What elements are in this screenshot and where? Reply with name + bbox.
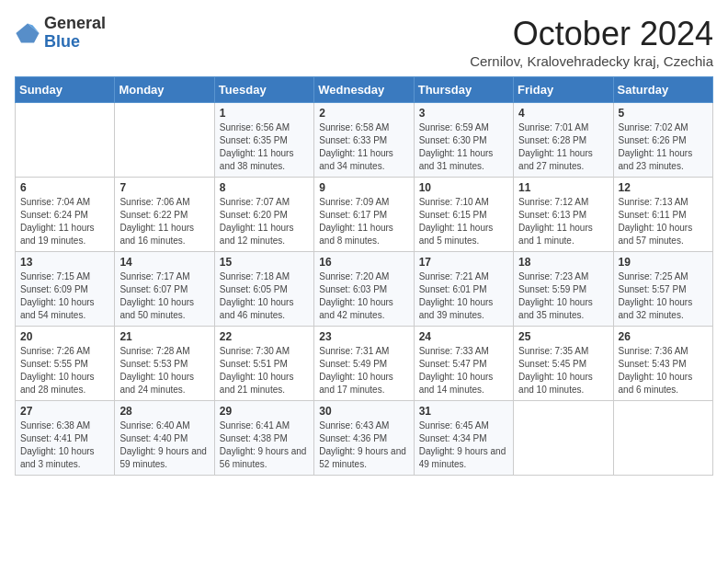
day-number: 29 — [220, 405, 309, 418]
calendar-cell: 18Sunrise: 7:23 AM Sunset: 5:59 PM Dayli… — [514, 252, 613, 327]
day-number: 24 — [419, 330, 508, 343]
calendar-cell: 6Sunrise: 7:04 AM Sunset: 6:24 PM Daylig… — [16, 178, 115, 252]
day-number: 25 — [518, 330, 608, 343]
calendar-cell: 8Sunrise: 7:07 AM Sunset: 6:20 PM Daylig… — [214, 178, 313, 252]
day-info: Sunrise: 7:04 AM Sunset: 6:24 PM Dayligh… — [20, 196, 109, 247]
calendar-cell — [115, 103, 214, 178]
header-day-monday: Monday — [115, 77, 214, 103]
header-day-saturday: Saturday — [613, 77, 712, 103]
calendar-cell: 23Sunrise: 7:31 AM Sunset: 5:49 PM Dayli… — [314, 327, 414, 401]
day-info: Sunrise: 7:06 AM Sunset: 6:22 PM Dayligh… — [119, 196, 209, 247]
day-number: 7 — [119, 181, 209, 194]
day-info: Sunrise: 7:23 AM Sunset: 5:59 PM Dayligh… — [518, 270, 608, 322]
calendar-cell: 13Sunrise: 7:15 AM Sunset: 6:09 PM Dayli… — [16, 252, 115, 327]
calendar-cell: 29Sunrise: 6:41 AM Sunset: 4:38 PM Dayli… — [214, 401, 313, 476]
day-info: Sunrise: 7:07 AM Sunset: 6:20 PM Dayligh… — [220, 196, 309, 247]
day-number: 30 — [319, 405, 408, 418]
calendar-cell: 21Sunrise: 7:28 AM Sunset: 5:53 PM Dayli… — [115, 327, 214, 401]
calendar-cell: 24Sunrise: 7:33 AM Sunset: 5:47 PM Dayli… — [414, 327, 513, 401]
day-info: Sunrise: 7:31 AM Sunset: 5:49 PM Dayligh… — [319, 345, 408, 396]
header-day-friday: Friday — [514, 77, 613, 103]
day-info: Sunrise: 7:09 AM Sunset: 6:17 PM Dayligh… — [319, 196, 408, 247]
day-info: Sunrise: 7:12 AM Sunset: 6:13 PM Dayligh… — [518, 196, 608, 247]
day-number: 4 — [518, 107, 608, 120]
day-number: 17 — [419, 256, 508, 269]
calendar-cell: 14Sunrise: 7:17 AM Sunset: 6:07 PM Dayli… — [115, 252, 214, 327]
calendar-cell: 19Sunrise: 7:25 AM Sunset: 5:57 PM Dayli… — [613, 252, 712, 327]
day-info: Sunrise: 7:10 AM Sunset: 6:15 PM Dayligh… — [419, 196, 508, 247]
day-info: Sunrise: 7:15 AM Sunset: 6:09 PM Dayligh… — [20, 270, 109, 322]
calendar-cell: 22Sunrise: 7:30 AM Sunset: 5:51 PM Dayli… — [214, 327, 313, 401]
calendar-cell: 17Sunrise: 7:21 AM Sunset: 6:01 PM Dayli… — [414, 252, 513, 327]
calendar-body: 1Sunrise: 6:56 AM Sunset: 6:35 PM Daylig… — [16, 103, 713, 476]
calendar-cell — [514, 401, 613, 476]
logo-text: General Blue — [44, 15, 106, 52]
week-row-1: 1Sunrise: 6:56 AM Sunset: 6:35 PM Daylig… — [16, 103, 713, 178]
title-block: October 2024 Cernilov, Kralovehradecky k… — [470, 15, 713, 69]
calendar-cell: 27Sunrise: 6:38 AM Sunset: 4:41 PM Dayli… — [16, 401, 115, 476]
header-day-wednesday: Wednesday — [314, 77, 414, 103]
calendar-cell: 15Sunrise: 7:18 AM Sunset: 6:05 PM Dayli… — [214, 252, 313, 327]
day-info: Sunrise: 7:13 AM Sunset: 6:11 PM Dayligh… — [619, 196, 708, 247]
day-info: Sunrise: 7:35 AM Sunset: 5:45 PM Dayligh… — [518, 345, 608, 396]
calendar-cell — [16, 103, 115, 178]
day-info: Sunrise: 6:40 AM Sunset: 4:40 PM Dayligh… — [119, 419, 209, 471]
calendar-cell: 9Sunrise: 7:09 AM Sunset: 6:17 PM Daylig… — [314, 178, 414, 252]
day-info: Sunrise: 7:26 AM Sunset: 5:55 PM Dayligh… — [20, 345, 109, 396]
day-info: Sunrise: 7:17 AM Sunset: 6:07 PM Dayligh… — [119, 270, 209, 322]
calendar-cell: 26Sunrise: 7:36 AM Sunset: 5:43 PM Dayli… — [613, 327, 712, 401]
day-number: 8 — [220, 181, 309, 194]
day-number: 19 — [619, 256, 708, 269]
logo: General Blue — [15, 15, 106, 52]
day-info: Sunrise: 7:25 AM Sunset: 5:57 PM Dayligh… — [619, 270, 708, 322]
day-info: Sunrise: 7:02 AM Sunset: 6:26 PM Dayligh… — [619, 121, 708, 173]
day-number: 12 — [619, 181, 708, 194]
day-info: Sunrise: 6:58 AM Sunset: 6:33 PM Dayligh… — [319, 121, 408, 173]
calendar-cell: 10Sunrise: 7:10 AM Sunset: 6:15 PM Dayli… — [414, 178, 513, 252]
day-number: 16 — [319, 256, 408, 269]
calendar-cell: 7Sunrise: 7:06 AM Sunset: 6:22 PM Daylig… — [115, 178, 214, 252]
calendar-cell: 2Sunrise: 6:58 AM Sunset: 6:33 PM Daylig… — [314, 103, 414, 178]
day-number: 1 — [220, 107, 309, 120]
logo-blue: Blue — [44, 32, 80, 51]
logo-icon — [15, 20, 40, 46]
svg-marker-0 — [16, 23, 39, 42]
day-info: Sunrise: 7:20 AM Sunset: 6:03 PM Dayligh… — [319, 270, 408, 322]
header-day-sunday: Sunday — [16, 77, 115, 103]
day-info: Sunrise: 7:36 AM Sunset: 5:43 PM Dayligh… — [619, 345, 708, 396]
calendar-cell: 25Sunrise: 7:35 AM Sunset: 5:45 PM Dayli… — [514, 327, 613, 401]
calendar-cell: 5Sunrise: 7:02 AM Sunset: 6:26 PM Daylig… — [613, 103, 712, 178]
day-number: 21 — [119, 330, 209, 343]
day-number: 22 — [220, 330, 309, 343]
header-day-tuesday: Tuesday — [214, 77, 313, 103]
week-row-3: 13Sunrise: 7:15 AM Sunset: 6:09 PM Dayli… — [16, 252, 713, 327]
calendar-table: SundayMondayTuesdayWednesdayThursdayFrid… — [15, 76, 713, 476]
day-info: Sunrise: 6:59 AM Sunset: 6:30 PM Dayligh… — [419, 121, 508, 173]
calendar-cell: 31Sunrise: 6:45 AM Sunset: 4:34 PM Dayli… — [414, 401, 513, 476]
day-number: 18 — [518, 256, 608, 269]
calendar-cell: 11Sunrise: 7:12 AM Sunset: 6:13 PM Dayli… — [514, 178, 613, 252]
week-row-4: 20Sunrise: 7:26 AM Sunset: 5:55 PM Dayli… — [16, 327, 713, 401]
day-number: 31 — [419, 405, 508, 418]
day-number: 23 — [319, 330, 408, 343]
month-title: October 2024 — [470, 15, 713, 53]
day-number: 6 — [20, 181, 109, 194]
day-number: 3 — [419, 107, 508, 120]
day-info: Sunrise: 7:01 AM Sunset: 6:28 PM Dayligh… — [518, 121, 608, 173]
day-number: 9 — [319, 181, 408, 194]
day-info: Sunrise: 6:43 AM Sunset: 4:36 PM Dayligh… — [319, 419, 408, 471]
logo-general: General — [44, 14, 106, 32]
day-number: 5 — [619, 107, 708, 120]
calendar-cell: 12Sunrise: 7:13 AM Sunset: 6:11 PM Dayli… — [613, 178, 712, 252]
day-info: Sunrise: 7:33 AM Sunset: 5:47 PM Dayligh… — [419, 345, 508, 396]
day-number: 27 — [20, 405, 109, 418]
location-subtitle: Cernilov, Kralovehradecky kraj, Czechia — [470, 53, 713, 69]
calendar-cell: 30Sunrise: 6:43 AM Sunset: 4:36 PM Dayli… — [314, 401, 414, 476]
day-info: Sunrise: 7:18 AM Sunset: 6:05 PM Dayligh… — [220, 270, 309, 322]
day-number: 20 — [20, 330, 109, 343]
header-day-thursday: Thursday — [414, 77, 513, 103]
day-number: 26 — [619, 330, 708, 343]
week-row-5: 27Sunrise: 6:38 AM Sunset: 4:41 PM Dayli… — [16, 401, 713, 476]
day-number: 28 — [119, 405, 209, 418]
calendar-cell: 4Sunrise: 7:01 AM Sunset: 6:28 PM Daylig… — [514, 103, 613, 178]
